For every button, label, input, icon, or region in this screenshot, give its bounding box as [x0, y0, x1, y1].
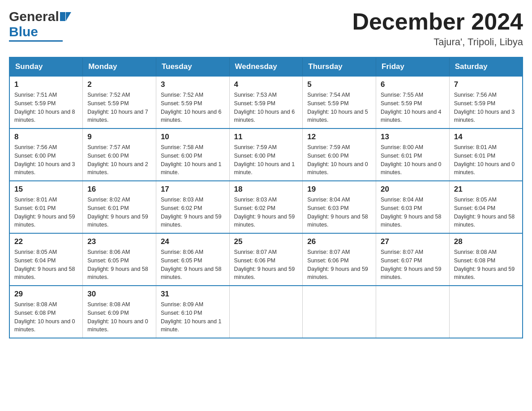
calendar-cell-9: 9Sunrise: 7:57 AMSunset: 6:00 PMDaylight… — [83, 128, 156, 181]
calendar-cell-empty — [229, 286, 303, 338]
calendar-cell-11: 11Sunrise: 7:59 AMSunset: 6:00 PMDayligh… — [229, 128, 303, 181]
day-number: 6 — [381, 80, 445, 89]
calendar-cell-23: 23Sunrise: 8:06 AMSunset: 6:05 PMDayligh… — [83, 233, 156, 286]
calendar-cell-empty — [376, 286, 450, 338]
day-number: 4 — [234, 80, 298, 89]
day-number: 27 — [381, 237, 445, 246]
day-number: 8 — [14, 133, 78, 141]
day-info: Sunrise: 7:52 AMSunset: 5:59 PMDaylight:… — [161, 91, 225, 124]
day-number: 23 — [87, 237, 151, 246]
logo: General Blue — [9, 9, 71, 42]
day-number: 3 — [161, 80, 225, 89]
calendar-cell-30: 30Sunrise: 8:08 AMSunset: 6:09 PMDayligh… — [83, 286, 156, 338]
calendar-week-1: 1Sunrise: 7:51 AMSunset: 5:59 PMDaylight… — [9, 76, 523, 128]
calendar-cell-16: 16Sunrise: 8:02 AMSunset: 6:01 PMDayligh… — [83, 181, 156, 233]
day-number: 28 — [454, 237, 518, 246]
logo-blue-text: Blue — [9, 24, 38, 39]
day-info: Sunrise: 8:04 AMSunset: 6:03 PMDaylight:… — [307, 196, 371, 229]
day-info: Sunrise: 7:57 AMSunset: 6:00 PMDaylight:… — [87, 143, 151, 177]
calendar-cell-empty — [303, 286, 376, 338]
calendar-cell-20: 20Sunrise: 8:04 AMSunset: 6:03 PMDayligh… — [376, 181, 450, 233]
day-info: Sunrise: 8:05 AMSunset: 6:04 PMDaylight:… — [454, 196, 518, 229]
day-number: 31 — [161, 290, 225, 299]
day-info: Sunrise: 8:01 AMSunset: 6:01 PMDaylight:… — [14, 196, 78, 229]
day-info: Sunrise: 8:00 AMSunset: 6:01 PMDaylight:… — [381, 143, 445, 177]
day-number: 7 — [454, 80, 518, 89]
col-header-friday: Friday — [376, 57, 450, 76]
day-number: 5 — [307, 80, 371, 89]
calendar-cell-22: 22Sunrise: 8:05 AMSunset: 6:04 PMDayligh… — [9, 233, 83, 286]
day-info: Sunrise: 8:07 AMSunset: 6:06 PMDaylight:… — [234, 248, 298, 282]
calendar-cell-10: 10Sunrise: 7:58 AMSunset: 6:00 PMDayligh… — [156, 128, 229, 181]
calendar-week-4: 22Sunrise: 8:05 AMSunset: 6:04 PMDayligh… — [9, 233, 523, 286]
day-number: 1 — [14, 80, 78, 89]
day-info: Sunrise: 8:05 AMSunset: 6:04 PMDaylight:… — [14, 248, 78, 282]
day-info: Sunrise: 8:02 AMSunset: 6:01 PMDaylight:… — [87, 196, 151, 229]
day-number: 26 — [307, 237, 371, 246]
calendar-cell-8: 8Sunrise: 7:56 AMSunset: 6:00 PMDaylight… — [9, 128, 83, 181]
day-info: Sunrise: 8:06 AMSunset: 6:05 PMDaylight:… — [161, 248, 225, 282]
calendar-cell-28: 28Sunrise: 8:08 AMSunset: 6:08 PMDayligh… — [449, 233, 523, 286]
day-info: Sunrise: 7:59 AMSunset: 6:00 PMDaylight:… — [234, 143, 298, 177]
day-number: 13 — [381, 133, 445, 141]
day-info: Sunrise: 7:56 AMSunset: 6:00 PMDaylight:… — [14, 143, 78, 177]
day-number: 14 — [454, 133, 518, 141]
col-header-tuesday: Tuesday — [156, 57, 229, 76]
day-info: Sunrise: 8:07 AMSunset: 6:06 PMDaylight:… — [307, 248, 371, 282]
col-header-saturday: Saturday — [449, 57, 523, 76]
calendar-cell-26: 26Sunrise: 8:07 AMSunset: 6:06 PMDayligh… — [303, 233, 376, 286]
calendar-cell-18: 18Sunrise: 8:03 AMSunset: 6:02 PMDayligh… — [229, 181, 303, 233]
day-info: Sunrise: 7:55 AMSunset: 5:59 PMDaylight:… — [381, 91, 445, 124]
calendar-cell-2: 2Sunrise: 7:52 AMSunset: 5:59 PMDaylight… — [83, 76, 156, 128]
day-number: 24 — [161, 237, 225, 246]
calendar-cell-15: 15Sunrise: 8:01 AMSunset: 6:01 PMDayligh… — [9, 181, 83, 233]
day-number: 17 — [161, 185, 225, 194]
day-info: Sunrise: 7:56 AMSunset: 5:59 PMDaylight:… — [454, 91, 518, 124]
day-info: Sunrise: 8:04 AMSunset: 6:03 PMDaylight:… — [381, 196, 445, 229]
day-info: Sunrise: 7:59 AMSunset: 6:00 PMDaylight:… — [307, 143, 371, 177]
calendar-table: SundayMondayTuesdayWednesdayThursdayFrid… — [9, 57, 523, 338]
calendar-week-5: 29Sunrise: 8:08 AMSunset: 6:08 PMDayligh… — [9, 286, 523, 338]
calendar-cell-4: 4Sunrise: 7:53 AMSunset: 5:59 PMDaylight… — [229, 76, 303, 128]
calendar-cell-14: 14Sunrise: 8:01 AMSunset: 6:01 PMDayligh… — [449, 128, 523, 181]
day-info: Sunrise: 7:52 AMSunset: 5:59 PMDaylight:… — [87, 91, 151, 124]
day-number: 2 — [87, 80, 151, 89]
day-info: Sunrise: 7:54 AMSunset: 5:59 PMDaylight:… — [307, 91, 371, 124]
day-number: 19 — [307, 185, 371, 194]
logo-general-text: General — [9, 9, 59, 24]
calendar-cell-13: 13Sunrise: 8:00 AMSunset: 6:01 PMDayligh… — [376, 128, 450, 181]
day-info: Sunrise: 8:08 AMSunset: 6:09 PMDaylight:… — [87, 300, 151, 334]
calendar-cell-1: 1Sunrise: 7:51 AMSunset: 5:59 PMDaylight… — [9, 76, 83, 128]
day-info: Sunrise: 8:03 AMSunset: 6:02 PMDaylight:… — [234, 196, 298, 229]
col-header-monday: Monday — [83, 57, 156, 76]
logo-icon — [60, 12, 71, 21]
day-info: Sunrise: 8:09 AMSunset: 6:10 PMDaylight:… — [161, 300, 225, 334]
calendar-cell-31: 31Sunrise: 8:09 AMSunset: 6:10 PMDayligh… — [156, 286, 229, 338]
calendar-cell-21: 21Sunrise: 8:05 AMSunset: 6:04 PMDayligh… — [449, 181, 523, 233]
calendar-week-3: 15Sunrise: 8:01 AMSunset: 6:01 PMDayligh… — [9, 181, 523, 233]
day-number: 9 — [87, 133, 151, 141]
col-header-wednesday: Wednesday — [229, 57, 303, 76]
day-number: 22 — [14, 237, 78, 246]
day-info: Sunrise: 8:07 AMSunset: 6:07 PMDaylight:… — [381, 248, 445, 282]
day-number: 30 — [87, 290, 151, 299]
calendar-cell-29: 29Sunrise: 8:08 AMSunset: 6:08 PMDayligh… — [9, 286, 83, 338]
day-number: 15 — [14, 185, 78, 194]
day-info: Sunrise: 7:58 AMSunset: 6:00 PMDaylight:… — [161, 143, 225, 177]
day-number: 10 — [161, 133, 225, 141]
logo-underline — [9, 40, 63, 42]
day-number: 12 — [307, 133, 371, 141]
day-number: 29 — [14, 290, 78, 299]
day-number: 16 — [87, 185, 151, 194]
calendar-cell-5: 5Sunrise: 7:54 AMSunset: 5:59 PMDaylight… — [303, 76, 376, 128]
title-section: December 2024 Tajura', Tripoli, Libya — [352, 9, 523, 48]
calendar-header-row: SundayMondayTuesdayWednesdayThursdayFrid… — [9, 57, 523, 76]
calendar-cell-17: 17Sunrise: 8:03 AMSunset: 6:02 PMDayligh… — [156, 181, 229, 233]
day-info: Sunrise: 8:08 AMSunset: 6:08 PMDaylight:… — [14, 300, 78, 334]
day-info: Sunrise: 8:03 AMSunset: 6:02 PMDaylight:… — [161, 196, 225, 229]
day-number: 25 — [234, 237, 298, 246]
col-header-thursday: Thursday — [303, 57, 376, 76]
day-info: Sunrise: 8:06 AMSunset: 6:05 PMDaylight:… — [87, 248, 151, 282]
calendar-week-2: 8Sunrise: 7:56 AMSunset: 6:00 PMDaylight… — [9, 128, 523, 181]
day-info: Sunrise: 8:01 AMSunset: 6:01 PMDaylight:… — [454, 143, 518, 177]
